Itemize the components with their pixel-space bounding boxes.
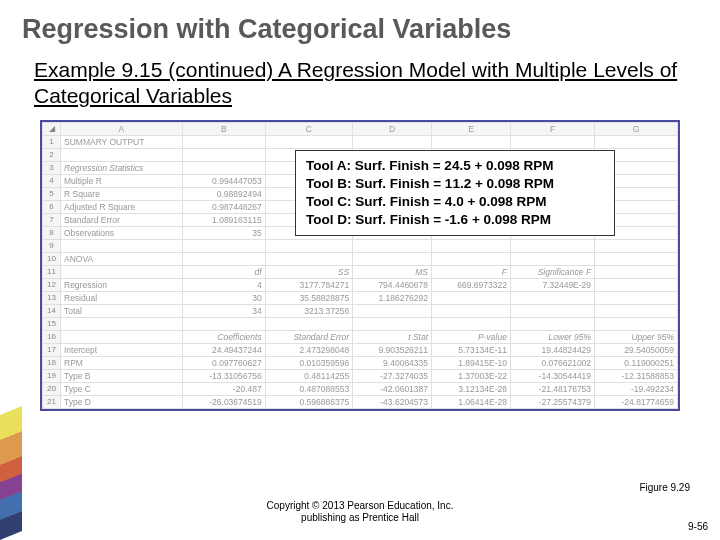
row-number: 2 xyxy=(43,148,61,161)
row-number: 11 xyxy=(43,265,61,278)
slide-subtitle: Example 9.15 (continued) A Regression Mo… xyxy=(0,45,720,110)
cell: Standard Error xyxy=(265,330,352,343)
row-number: 9 xyxy=(43,239,61,252)
col-E: E xyxy=(432,122,511,135)
cell xyxy=(265,135,352,148)
eq-tool-a: Tool A: Surf. Finish = 24.5 + 0.098 RPM xyxy=(306,157,604,175)
cell: 1.089163115 xyxy=(182,213,265,226)
table-row: 19Type B-13.310567560.48114255-27.327403… xyxy=(43,369,678,382)
cell: 0.987448267 xyxy=(182,200,265,213)
cell: R Square xyxy=(61,187,183,200)
cell xyxy=(510,291,594,304)
cell: 19.44824429 xyxy=(510,343,594,356)
cell: SS xyxy=(265,265,352,278)
cell xyxy=(510,135,594,148)
cell xyxy=(182,317,265,330)
cell: -27.25574379 xyxy=(510,395,594,408)
cell: 29.54050059 xyxy=(595,343,678,356)
cell: 1.186276292 xyxy=(353,291,432,304)
cell xyxy=(432,317,511,330)
table-row: 18RPM0.0977606270.0103595969.400643351.8… xyxy=(43,356,678,369)
slide-number: 9-56 xyxy=(688,521,708,532)
row-number: 10 xyxy=(43,252,61,265)
row-number: 20 xyxy=(43,382,61,395)
cell: Regression xyxy=(61,278,183,291)
cell xyxy=(353,135,432,148)
cell: -43.6204573 xyxy=(353,395,432,408)
cell xyxy=(182,161,265,174)
cell: -21.48176753 xyxy=(510,382,594,395)
cell xyxy=(182,239,265,252)
cell: 0.119000251 xyxy=(595,356,678,369)
cell: 9.40064335 xyxy=(353,356,432,369)
row-number: 14 xyxy=(43,304,61,317)
cell xyxy=(595,252,678,265)
col-G: G xyxy=(595,122,678,135)
cell: Type D xyxy=(61,395,183,408)
table-row: 14Total343213.37256 xyxy=(43,304,678,317)
cell: 24.49437244 xyxy=(182,343,265,356)
row-number: 6 xyxy=(43,200,61,213)
row-number: 7 xyxy=(43,213,61,226)
cell xyxy=(595,304,678,317)
copyright-line2: publishing as Prentice Hall xyxy=(301,512,419,523)
table-row: 17Intercept24.494372442.4732980489.90352… xyxy=(43,343,678,356)
table-row: 13Residual3035.588288751.186276292 xyxy=(43,291,678,304)
col-F: F xyxy=(510,122,594,135)
cell: 9.903526211 xyxy=(353,343,432,356)
cell: RPM xyxy=(61,356,183,369)
cell: Multiple R xyxy=(61,174,183,187)
table-row: 1SUMMARY OUTPUT xyxy=(43,135,678,148)
cell xyxy=(432,135,511,148)
row-number: 17 xyxy=(43,343,61,356)
cell: 34 xyxy=(182,304,265,317)
cell: 30 xyxy=(182,291,265,304)
cell: 0.98892494 xyxy=(182,187,265,200)
cell: Type C xyxy=(61,382,183,395)
cell: 1.37003E-22 xyxy=(432,369,511,382)
cell: 3.12134E-28 xyxy=(432,382,511,395)
cell xyxy=(61,239,183,252)
eq-tool-d: Tool D: Surf. Finish = -1.6 + 0.098 RPM xyxy=(306,211,604,229)
cell: 0.596886375 xyxy=(265,395,352,408)
cell xyxy=(595,291,678,304)
cell: F xyxy=(432,265,511,278)
cell: Intercept xyxy=(61,343,183,356)
cell xyxy=(432,252,511,265)
row-number: 4 xyxy=(43,174,61,187)
table-row: 20Type C-20.4870.487088553-42.06013873.1… xyxy=(43,382,678,395)
cell: Observations xyxy=(61,226,183,239)
eq-tool-b: Tool B: Surf. Finish = 11.2 + 0.098 RPM xyxy=(306,175,604,193)
row-number: 3 xyxy=(43,161,61,174)
cell: Upper 95% xyxy=(595,330,678,343)
cell: Total xyxy=(61,304,183,317)
cell: -19.492234 xyxy=(595,382,678,395)
cell: 0.487088553 xyxy=(265,382,352,395)
cell xyxy=(265,252,352,265)
equation-box: Tool A: Surf. Finish = 24.5 + 0.098 RPM … xyxy=(295,150,615,237)
cell xyxy=(595,317,678,330)
cell: -13.31056756 xyxy=(182,369,265,382)
cell xyxy=(61,148,183,161)
cell xyxy=(595,265,678,278)
table-row: 11dfSSMSFSignificance F xyxy=(43,265,678,278)
slide-title: Regression with Categorical Variables xyxy=(0,0,720,45)
row-number: 16 xyxy=(43,330,61,343)
table-row: 12Regression43177.784271794.4460678669.6… xyxy=(43,278,678,291)
cell: 0.076621002 xyxy=(510,356,594,369)
row-number: 1 xyxy=(43,135,61,148)
cell: 35 xyxy=(182,226,265,239)
cell: SUMMARY OUTPUT xyxy=(61,135,183,148)
cell xyxy=(353,304,432,317)
cell xyxy=(182,252,265,265)
cell: Residual xyxy=(61,291,183,304)
cell: P-value xyxy=(432,330,511,343)
cell xyxy=(595,278,678,291)
cell: 2.473298048 xyxy=(265,343,352,356)
cell xyxy=(432,239,511,252)
cell xyxy=(265,239,352,252)
cell: Standard Error xyxy=(61,213,183,226)
col-A: A xyxy=(61,122,183,135)
cell xyxy=(61,330,183,343)
row-number: 19 xyxy=(43,369,61,382)
